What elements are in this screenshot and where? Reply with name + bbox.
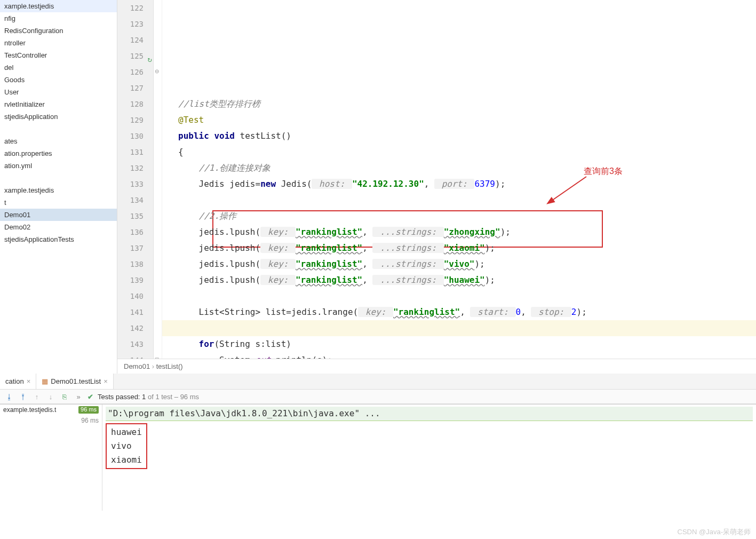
code-line[interactable]	[162, 192, 756, 208]
close-icon[interactable]: ×	[27, 377, 31, 385]
tree-item[interactable]	[0, 123, 117, 135]
tree-item[interactable]: del	[0, 61, 117, 74]
tree-item[interactable]: stjedisApplicationTests	[0, 233, 117, 245]
tree-item[interactable]: TestController	[0, 49, 117, 61]
pass-icon: ✔	[87, 393, 93, 401]
code-line[interactable]: jedis.lpush( key: "rankinglist", ...stri…	[162, 240, 756, 256]
tree-item[interactable]: xample.testjedis	[0, 0, 117, 12]
tree-item[interactable]: t	[0, 196, 117, 209]
console-line: xiaomi	[111, 453, 142, 467]
code-line[interactable]: public void testList()	[162, 128, 756, 144]
tree-item[interactable]: Demo02	[0, 221, 117, 233]
code-line[interactable]: //1.创建连接对象	[162, 160, 756, 176]
test-icon: ▦	[42, 377, 48, 385]
tree-item[interactable]: ation.yml	[0, 160, 117, 172]
expand-icon[interactable]: ⭱	[18, 392, 28, 401]
code-line[interactable]	[162, 80, 756, 96]
test-status: Tests passed: 1 of 1 test – 96 ms	[98, 393, 199, 401]
tree-item[interactable]: ation.properties	[0, 147, 117, 160]
breadcrumb[interactable]: Demo01 testList()	[117, 359, 756, 374]
time-badge: 96 ms	[78, 406, 99, 414]
tree-item[interactable]: xample.testjedis	[0, 184, 117, 196]
code-line[interactable]: jedis.lpush( key: "rankinglist", ...stri…	[162, 256, 756, 272]
tree-item[interactable]: nfig	[0, 12, 117, 25]
code-line[interactable]: jedis.lpush( key: "rankinglist", ...stri…	[162, 272, 756, 288]
tab-active[interactable]: ▦ Demo01.testList ×	[36, 374, 114, 389]
tree-item[interactable]: RedisConfiguration	[0, 25, 117, 37]
code-line[interactable]: Jedis jedis=new Jedis( host: "42.192.12.…	[162, 176, 756, 192]
test-node-child[interactable]: 96 ms	[0, 415, 102, 426]
line-gutter: 122123124125↻126127128129130131132133134…	[117, 0, 154, 359]
run-tabs[interactable]: cation × ▦ Demo01.testList ×	[0, 374, 756, 390]
tab-prev[interactable]: cation ×	[0, 374, 36, 389]
breadcrumb-method[interactable]: testList()	[156, 362, 183, 370]
test-tree[interactable]: example.testjedis.t 96 ms 96 ms	[0, 405, 102, 511]
tree-item[interactable]: ates	[0, 135, 117, 147]
up-icon[interactable]: ↑	[32, 392, 42, 401]
editor[interactable]: 122123124125↻126127128129130131132133134…	[117, 0, 756, 374]
breadcrumb-class[interactable]: Demo01	[124, 362, 156, 370]
code-line[interactable]: List<String> list=jedis.lrange( key: "ra…	[162, 304, 756, 320]
more-icon[interactable]: »	[74, 392, 83, 401]
code-line[interactable]: @Test	[162, 112, 756, 128]
project-tree[interactable]: xample.testjedisnfig RedisConfigurationn…	[0, 0, 117, 374]
down-icon[interactable]: ↓	[46, 392, 55, 401]
code-line[interactable]: System.out.println(s);	[162, 352, 756, 359]
console-line: huawei	[111, 425, 142, 439]
tree-item[interactable]	[0, 172, 117, 184]
code-line[interactable]	[162, 288, 756, 304]
tree-item[interactable]: Goods	[0, 74, 117, 86]
tree-item[interactable]: User	[0, 86, 117, 98]
test-node-root[interactable]: example.testjedis.t 96 ms	[0, 405, 102, 415]
console-output[interactable]: "D:\program files\Java\jdk1.8.0_221\bin\…	[102, 405, 756, 511]
tree-item[interactable]: stjedisApplication	[0, 110, 117, 123]
test-toolbar[interactable]: ⭳ ⭱ ↑ ↓ ⎘ » ✔ Tests passed: 1 of 1 test …	[0, 390, 756, 404]
code-line[interactable]	[162, 320, 756, 336]
close-icon[interactable]: ×	[104, 377, 108, 385]
code-line[interactable]: for(String s:list)	[162, 336, 756, 352]
code-line[interactable]: jedis.lpush( key: "rankinglist", ...stri…	[162, 224, 756, 240]
fold-column[interactable]: ⊖⊟	[154, 0, 162, 359]
code-pane[interactable]: 查询前3条 //list类型存排行榜@Testpublic void testL…	[162, 0, 756, 359]
code-line[interactable]: //2.操作	[162, 208, 756, 224]
tree-item[interactable]: ntroller	[0, 37, 117, 49]
output-highlight-box: huaweivivoxiaomi	[106, 423, 147, 469]
console-line: vivo	[111, 439, 142, 453]
code-line[interactable]: {	[162, 144, 756, 160]
collapse-icon[interactable]: ⭳	[4, 392, 14, 401]
export-icon[interactable]: ⎘	[60, 392, 69, 401]
tree-item[interactable]: rvletInitializer	[0, 98, 117, 110]
tree-item[interactable]: Demo01	[0, 209, 117, 221]
fold-close-icon[interactable]: ⊟	[155, 356, 161, 359]
run-gutter-icon[interactable]: ↻	[148, 51, 152, 67]
fold-open-icon[interactable]: ⊖	[155, 68, 161, 75]
console-command: "D:\program files\Java\jdk1.8.0_221\bin\…	[106, 407, 753, 421]
code-line[interactable]: //list类型存排行榜	[162, 96, 756, 112]
